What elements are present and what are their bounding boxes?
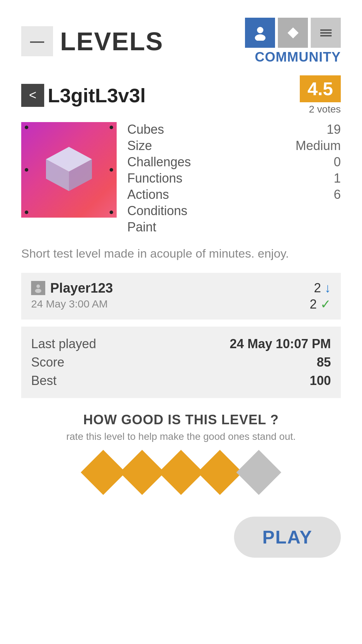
votes-text: 2 votes <box>309 104 341 115</box>
stats-row-score: Score 85 <box>31 355 331 370</box>
minus-button[interactable]: — <box>21 26 53 56</box>
player-name: Player123 <box>50 281 113 296</box>
star-5[interactable] <box>236 450 281 495</box>
page-title: LEVELS <box>60 27 163 56</box>
diamond-icon-button[interactable] <box>278 18 308 48</box>
corner-dot-tl <box>25 126 28 129</box>
person-icon <box>252 25 268 41</box>
score-label: Score <box>31 355 64 370</box>
best-label: Best <box>31 373 57 388</box>
thumbnail-bg <box>21 122 117 218</box>
last-played-label: Last played <box>31 337 96 351</box>
level-section: < L3gitL3v3l 4.5 2 votes <box>0 68 362 502</box>
play-section: PLAY <box>0 502 362 579</box>
corner-dot-ml <box>25 168 28 172</box>
stat-row-conditions: Conditions <box>127 203 341 218</box>
level-info-row: Cubes 19 Size Medium Challenges 0 Functi… <box>21 122 341 235</box>
header: — LEVELS <box>0 0 362 68</box>
score-value: 85 <box>317 355 331 370</box>
menu-icon-button[interactable] <box>311 18 341 48</box>
stat-label-conditions: Conditions <box>127 203 187 218</box>
svg-point-10 <box>35 289 41 293</box>
stat-row-functions: Functions 1 <box>127 171 341 186</box>
community-label: COMMUNITY <box>255 50 341 65</box>
corner-dot-bl <box>25 211 28 214</box>
player-section: Player123 24 May 3:00 AM 2 ↓ 2 ✓ <box>21 273 341 320</box>
arrow-down-icon[interactable]: ↓ <box>325 281 331 295</box>
level-header: < L3gitL3v3l 4.5 2 votes <box>21 75 341 115</box>
stats-row-best: Best 100 <box>31 373 331 388</box>
stat-row-paint: Paint <box>127 220 341 235</box>
vote-down-count: 2 <box>314 281 321 295</box>
level-name-row: < L3gitL3v3l <box>21 84 146 107</box>
stat-value-actions: 6 <box>334 187 341 202</box>
play-button[interactable]: PLAY <box>234 517 341 558</box>
svg-point-1 <box>255 34 265 41</box>
stat-value-challenges: 0 <box>334 155 341 169</box>
stat-label-paint: Paint <box>127 220 156 235</box>
cube-svg <box>39 140 99 200</box>
stat-row-challenges: Challenges 0 <box>127 155 341 169</box>
vote-check-count: 2 <box>310 297 317 312</box>
stat-row-cubes: Cubes 19 <box>127 122 341 137</box>
player-date: 24 May 3:00 AM <box>31 298 113 310</box>
stat-label-challenges: Challenges <box>127 155 191 169</box>
stat-label-size: Size <box>127 138 152 153</box>
avatar <box>31 281 45 295</box>
stars-row <box>21 456 341 488</box>
profile-icon-button[interactable] <box>245 18 275 48</box>
corner-dot-mr <box>110 168 113 172</box>
level-thumbnail <box>21 122 117 218</box>
svg-rect-5 <box>320 35 332 36</box>
stats-box: Last played 24 May 10:07 PM Score 85 Bes… <box>21 327 341 398</box>
rating-subtitle: rate this level to help make the good on… <box>21 431 341 442</box>
best-value: 100 <box>310 373 331 388</box>
star-1[interactable] <box>81 450 125 495</box>
stat-value-size: Medium <box>296 138 341 153</box>
last-played-value: 24 May 10:07 PM <box>230 337 331 351</box>
level-stats: Cubes 19 Size Medium Challenges 0 Functi… <box>127 122 341 235</box>
rating-question: HOW GOOD IS THIS LEVEL ? <box>21 412 341 427</box>
back-button[interactable]: < <box>21 84 44 107</box>
stat-value-functions: 1 <box>334 171 341 186</box>
vote-down-row: 2 ↓ <box>314 281 331 295</box>
star-4[interactable] <box>197 450 242 495</box>
header-right: COMMUNITY <box>245 18 341 65</box>
stat-label-cubes: Cubes <box>127 122 164 137</box>
svg-rect-2 <box>287 27 298 38</box>
stat-row-actions: Actions 6 <box>127 187 341 202</box>
stat-value-cubes: 19 <box>327 122 341 137</box>
stat-row-size: Size Medium <box>127 138 341 153</box>
level-description: Short test level made in acouple of minu… <box>21 245 341 262</box>
rating-score: 4.5 <box>300 75 341 102</box>
stat-label-functions: Functions <box>127 171 182 186</box>
menu-icon <box>318 25 334 41</box>
star-2[interactable] <box>119 450 164 495</box>
svg-rect-4 <box>320 32 332 34</box>
avatar-icon <box>33 283 43 293</box>
corner-dot-br <box>110 211 113 214</box>
svg-point-9 <box>36 284 40 288</box>
vote-check-row: 2 ✓ <box>310 297 331 312</box>
header-left: — LEVELS <box>21 26 163 56</box>
player-right: 2 ↓ 2 ✓ <box>310 281 331 312</box>
rating-section: HOW GOOD IS THIS LEVEL ? rate this level… <box>21 412 341 488</box>
player-name-row: Player123 <box>31 281 113 296</box>
star-3[interactable] <box>158 450 203 495</box>
diamond-icon <box>285 25 301 41</box>
check-icon[interactable]: ✓ <box>320 297 331 312</box>
stat-label-actions: Actions <box>127 187 169 202</box>
header-icons <box>245 18 341 48</box>
svg-rect-3 <box>320 29 332 31</box>
svg-point-0 <box>257 27 263 33</box>
rating-box: 4.5 2 votes <box>300 75 341 115</box>
stats-row-last-played: Last played 24 May 10:07 PM <box>31 337 331 351</box>
player-left: Player123 24 May 3:00 AM <box>31 281 113 310</box>
level-name: L3gitL3v3l <box>48 84 146 107</box>
corner-dot-tr <box>110 126 113 129</box>
